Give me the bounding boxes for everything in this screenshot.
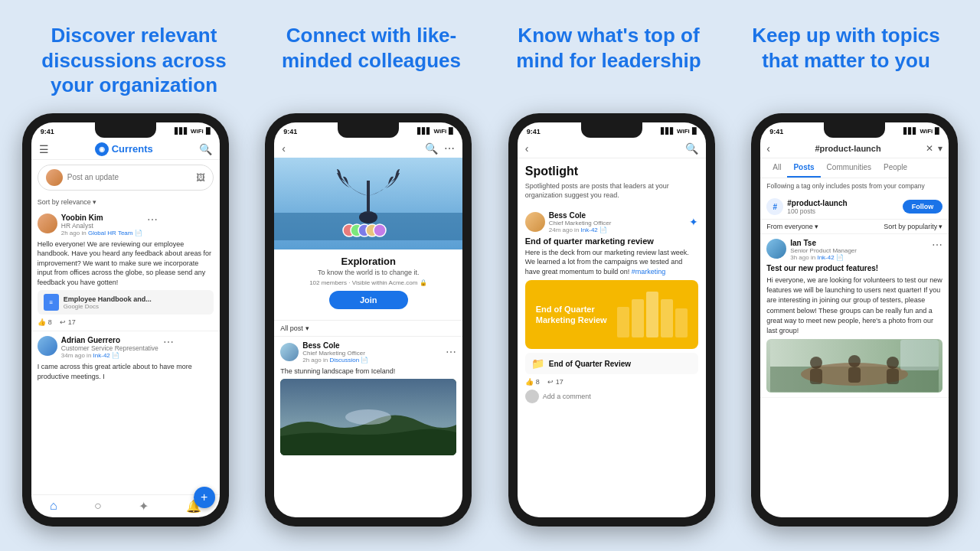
heading-1: Discover relevant discussions across you… xyxy=(31,23,237,98)
status-time-4: 9:41 xyxy=(769,128,783,135)
p2-cover-image xyxy=(274,158,462,249)
like-count-3: 8 xyxy=(536,378,540,386)
more-icon-p1-2[interactable]: ⋯ xyxy=(163,336,174,348)
sort-filter[interactable]: Sort by popularity ▾ xyxy=(884,223,942,230)
signal-icon-2: ▋▋▋ xyxy=(417,128,431,135)
signal-icon-1: ▋▋▋ xyxy=(175,128,188,135)
compass-icon-1: ✦ xyxy=(139,499,149,514)
comment-button-1[interactable]: ↩ 17 xyxy=(60,318,76,326)
user-avatar-sm-1 xyxy=(46,169,63,186)
wifi-icon-1: WiFi xyxy=(191,128,204,135)
more-icon-p1-1[interactable]: ⋯ xyxy=(147,214,158,226)
tab-all-4[interactable]: All xyxy=(766,158,787,178)
back-icon-2[interactable]: ‹ xyxy=(282,142,286,155)
p4-post-title: Test our new product features! xyxy=(766,264,942,272)
filter-icon-4[interactable]: ▾ xyxy=(938,143,942,154)
more-icon-2[interactable]: ⋯ xyxy=(444,142,455,155)
svg-rect-17 xyxy=(848,367,861,383)
p4-post-name: Ian Tse xyxy=(790,239,857,247)
search-icon-3[interactable]: 🔍 xyxy=(685,142,698,155)
p4-post-item: Ian Tse Senior Product Manager 3h ago in… xyxy=(760,234,949,397)
phone-4: 9:41 ▋▋▋ WiFi ▉ ‹ #product-launch ✕ ▾ xyxy=(751,113,958,527)
signal-icon-4: ▋▋▋ xyxy=(903,128,917,135)
p1-logo: ◉ Currents xyxy=(95,142,153,156)
p2-member-row: 102 members · Visible within Acme.com 🔒 xyxy=(282,279,455,286)
p1-post-role-2: Customer Service Representative xyxy=(61,344,158,352)
p1-post-name-2: Adrian Guerrero xyxy=(61,336,158,344)
comment-avatar-3 xyxy=(525,390,539,403)
svg-point-16 xyxy=(848,355,861,367)
p3-post-tag[interactable]: #marketing xyxy=(632,268,666,276)
p1-post-body-1: Hello everyone! We are reviewing our emp… xyxy=(38,240,214,288)
p2-post-landscape-image xyxy=(280,379,456,455)
menu-icon-1[interactable]: ☰ xyxy=(39,143,49,155)
add-spotlight-icon[interactable]: ✦ xyxy=(689,216,698,228)
phone-2: 9:41 ▋▋▋ WiFi ▉ ‹ 🔍 ⋯ xyxy=(265,113,472,527)
all-post-chevron: ▾ xyxy=(305,324,309,332)
nav-profile-1[interactable]: ○ xyxy=(94,499,102,514)
heading-col-1: Discover relevant discussions across you… xyxy=(15,23,253,98)
tab-communities-4[interactable]: Communities xyxy=(821,158,877,178)
p3-end-of-quarter-card[interactable]: 📁 End of Quarter Review xyxy=(525,353,698,374)
tab-people-4[interactable]: People xyxy=(877,158,913,178)
sort-chevron: ▾ xyxy=(93,198,96,206)
sort-label: Sort by relevance xyxy=(38,198,91,206)
hashtag-icon-4: # xyxy=(766,198,783,215)
p1-post-time-2: 34m ago in Ink-42 📄 xyxy=(61,352,158,359)
from-filter-label: From everyone xyxy=(766,223,813,230)
p3-post-location[interactable]: Ink-42 xyxy=(581,227,598,233)
nav-home-1[interactable]: ⌂ xyxy=(50,499,57,514)
more-icon-p2-post[interactable]: ⋯ xyxy=(446,346,456,358)
back-icon-4[interactable]: ‹ xyxy=(766,142,770,155)
status-icons-4: ▋▋▋ WiFi ▉ xyxy=(903,128,939,135)
nav-compass-1[interactable]: ✦ xyxy=(139,499,149,514)
p4-hashtag-name: #product-launch xyxy=(787,199,847,207)
search-icon-1[interactable]: 🔍 xyxy=(199,143,212,155)
folder-icon-3: 📁 xyxy=(531,357,544,370)
svg-rect-3 xyxy=(367,181,370,219)
fab-button-1[interactable]: + xyxy=(194,487,215,508)
more-icon-p4[interactable]: ⋯ xyxy=(932,239,942,251)
phone-1: 9:41 ▋▋▋ WiFi ▉ ☰ ◉ Currents 🔍 xyxy=(22,113,229,527)
p1-post-location-1[interactable]: Global HR Team xyxy=(88,230,133,236)
p2-post-location[interactable]: Discussion xyxy=(329,357,359,364)
p3-slide-card[interactable]: End of Quarter Marketing Review xyxy=(525,280,698,349)
p1-post-location-2[interactable]: Ink-42 xyxy=(93,352,110,359)
comment-icon-1: ↩ xyxy=(60,318,66,326)
svg-point-10 xyxy=(345,409,391,425)
comment-count-1: 17 xyxy=(68,318,76,326)
image-icon-1[interactable]: 🖼 xyxy=(196,172,205,183)
iceland-landscape-svg xyxy=(280,379,456,455)
p3-actions: 👍 8 ↩ 17 xyxy=(525,378,698,386)
comment-input-3[interactable]: Add a comment xyxy=(543,393,591,400)
heading-col-2: Connect with like-minded colleagues xyxy=(253,23,490,98)
follow-button-4[interactable]: Follow xyxy=(903,200,943,214)
p1-post-input-bar[interactable]: Post an update 🖼 xyxy=(38,165,214,191)
p1-post-avatar-2 xyxy=(38,336,57,356)
like-button-1[interactable]: 👍 8 xyxy=(38,318,52,326)
close-icon-4[interactable]: ✕ xyxy=(926,143,933,154)
from-filter[interactable]: From everyone ▾ xyxy=(766,223,818,230)
back-icon-3[interactable]: ‹ xyxy=(525,142,529,155)
comment-icon-3: ↩ xyxy=(547,378,554,386)
p2-feed-header: All post ▾ xyxy=(274,321,462,337)
p4-post-location[interactable]: Ink-42 xyxy=(817,254,834,261)
p1-post-item-2: Adrian Guerrero Customer Service Represe… xyxy=(31,331,220,389)
from-filter-chevron: ▾ xyxy=(815,223,818,230)
p1-sort-control[interactable]: Sort by relevance ▾ xyxy=(31,195,220,209)
phone-2-screen: 9:41 ▋▋▋ WiFi ▉ ‹ 🔍 ⋯ xyxy=(274,122,462,517)
search-icon-2[interactable]: 🔍 xyxy=(425,142,438,155)
phone-4-wrapper: 9:41 ▋▋▋ WiFi ▉ ‹ #product-launch ✕ ▾ xyxy=(737,113,973,527)
comment-button-3[interactable]: ↩ 17 xyxy=(547,378,564,386)
p1-doc-card-1[interactable]: ≡ Employee Handbook and... Google Docs xyxy=(38,290,214,315)
tab-posts-4[interactable]: Posts xyxy=(787,158,820,178)
like-button-3[interactable]: 👍 8 xyxy=(525,378,540,386)
svg-rect-20 xyxy=(900,340,939,370)
join-button[interactable]: Join xyxy=(329,291,408,309)
sort-filter-chevron: ▾ xyxy=(939,223,942,230)
p4-tag-name: #product-launch xyxy=(815,144,881,153)
phone-1-wrapper: 9:41 ▋▋▋ WiFi ▉ ☰ ◉ Currents 🔍 xyxy=(8,113,243,527)
heading-col-4: Keep up with topics that matter to you xyxy=(727,23,965,98)
p3-post-name: Bess Cole xyxy=(549,211,612,220)
p2-group-name: Exploration xyxy=(282,256,455,267)
